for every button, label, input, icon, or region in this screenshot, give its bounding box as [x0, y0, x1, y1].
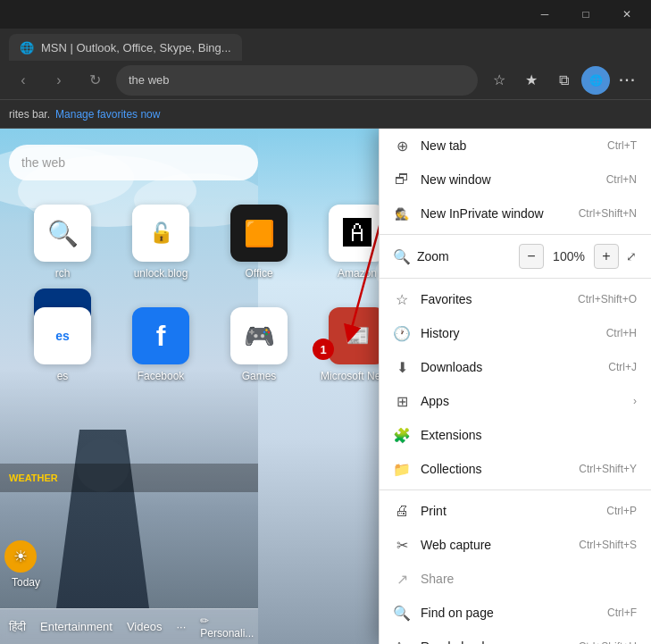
add-favorites-icon[interactable]: ★ [517, 66, 546, 95]
readaloud-shortcut: Ctrl+Shift+U [579, 640, 637, 644]
maximize-button[interactable]: □ [565, 0, 606, 29]
favorites-bar-text: rites bar. [9, 108, 50, 121]
toolbar-icons: ☆ ★ ⧉ 🌐 ··· [485, 66, 642, 95]
menu-item-print[interactable]: 🖨 Print Ctrl+P [380, 494, 651, 528]
search-placeholder: the web [21, 155, 65, 170]
speed-dial-games[interactable]: 🎮 Games [214, 307, 304, 382]
history-label: History [421, 326, 596, 340]
tab-videos[interactable]: Videos [127, 620, 163, 633]
inprivate-icon: 🕵 [394, 205, 410, 222]
menu-item-new-window[interactable]: 🗗 New window Ctrl+N [380, 163, 651, 197]
new-window-label: New window [421, 172, 596, 187]
zoom-label: Zoom [417, 249, 512, 263]
main-content: the web 🔍 rch 🔓 unlock.blog 🟧 Office 🅰 A… [0, 129, 651, 644]
new-tab-shortcut: Ctrl+T [607, 139, 637, 152]
zoom-value: 100% [551, 249, 587, 263]
history-icon: 🕐 [394, 325, 410, 341]
downloads-label: Downloads [421, 360, 597, 374]
collections-label: Collections [421, 462, 568, 476]
manage-favorites-link[interactable]: Manage favorites now [55, 108, 160, 121]
es-dial-label: es [57, 370, 69, 382]
tab-label: MSN | Outlook, Office, Skype, Bing... [41, 41, 231, 54]
history-shortcut: Ctrl+H [606, 327, 637, 339]
unlock-dial-label: unlock.blog [134, 267, 188, 280]
menu-item-history[interactable]: 🕐 History Ctrl+H [380, 316, 651, 350]
new-window-shortcut: Ctrl+N [606, 173, 637, 186]
collections-shortcut: Ctrl+Shift+Y [579, 463, 637, 475]
weather-icon: ☀ [4, 540, 37, 573]
menu-item-new-tab[interactable]: ⊕ New tab Ctrl+T [380, 129, 651, 163]
minimize-button[interactable]: ─ [524, 0, 565, 29]
divider-1 [380, 234, 651, 235]
zoom-minus-button[interactable]: − [519, 244, 544, 269]
search-input-area[interactable]: the web [9, 145, 258, 180]
split-screen-icon[interactable]: ⧉ [549, 66, 578, 95]
menu-item-find[interactable]: 🔍 Find on page Ctrl+F [380, 596, 651, 630]
readaloud-label: Read aloud [421, 640, 568, 644]
close-button[interactable]: ✕ [606, 0, 647, 29]
extensions-icon: 🧩 [394, 427, 410, 443]
zoom-plus-button[interactable]: + [594, 244, 619, 269]
favorites-bar: rites bar. Manage favorites now [0, 100, 651, 129]
zoom-icon: 🔍 [394, 248, 410, 264]
search-dial-icon: 🔍 [34, 205, 91, 262]
back-button[interactable]: ‹ [9, 66, 38, 95]
zoom-row: 🔍 Zoom − 100% + ⤢ [380, 238, 651, 274]
active-tab[interactable]: 🌐 MSN | Outlook, Office, Skype, Bing... [9, 34, 242, 61]
tab-bar: 🌐 MSN | Outlook, Office, Skype, Bing... [0, 29, 651, 61]
menu-item-favorites[interactable]: ☆ Favorites Ctrl+Shift+O [380, 282, 651, 316]
apps-label: Apps [421, 394, 615, 408]
amazon-dial-icon: 🅰 [329, 205, 386, 262]
menu-item-downloads[interactable]: ⬇ Downloads Ctrl+J [380, 350, 651, 384]
bottom-tabs: हिंदी Entertainment Videos ··· ✏ Persona… [0, 608, 258, 644]
window-controls: ─ □ ✕ [524, 0, 647, 29]
games-dial-label: Games [242, 370, 277, 382]
forward-button[interactable]: › [45, 66, 73, 95]
share-icon: ↗ [394, 571, 410, 587]
favorites-star-icon[interactable]: ☆ [485, 66, 513, 95]
profile-avatar[interactable]: 🌐 [581, 66, 610, 95]
new-tab-icon: ⊕ [394, 138, 410, 154]
menu-item-webcapture[interactable]: ✂ Web capture Ctrl+Shift+S [380, 528, 651, 562]
unlock-dial-icon: 🔓 [132, 205, 189, 262]
url-input[interactable]: the web [116, 65, 478, 96]
print-label: Print [421, 504, 596, 518]
url-text: the web [129, 73, 170, 87]
downloads-shortcut: Ctrl+J [608, 361, 637, 373]
find-icon: 🔍 [394, 605, 410, 621]
menu-item-collections[interactable]: 📁 Collections Ctrl+Shift+Y [380, 452, 651, 486]
msnews-dial-icon: 📰 [329, 307, 386, 364]
speed-dial-es[interactable]: es es [18, 307, 107, 382]
tab-hindi[interactable]: हिंदी [9, 620, 26, 634]
facebook-dial-icon: f [132, 307, 189, 364]
favorites-icon: ☆ [394, 291, 410, 307]
tab-personalize[interactable]: ✏ Personali... [200, 615, 254, 640]
zoom-expand-icon[interactable]: ⤢ [626, 249, 637, 263]
office-dial-label: Office [245, 267, 272, 280]
tab-favicon: 🌐 [20, 41, 34, 54]
tab-entertainment[interactable]: Entertainment [40, 620, 113, 633]
menu-item-inprivate[interactable]: 🕵 New InPrivate window Ctrl+Shift+N [380, 197, 651, 230]
es-dial-icon: es [34, 307, 91, 364]
menu-item-apps[interactable]: ⊞ Apps › [380, 384, 651, 418]
menu-item-share[interactable]: ↗ Share [380, 562, 651, 596]
speed-dial-office[interactable]: 🟧 Office [214, 205, 304, 280]
favorites-shortcut: Ctrl+Shift+O [578, 293, 637, 305]
inprivate-label: New InPrivate window [421, 206, 568, 221]
speed-dial-search[interactable]: 🔍 rch [18, 205, 107, 280]
speed-dial-facebook[interactable]: f Facebook [116, 307, 205, 382]
speed-dial-row2: es es f Facebook 🎮 Games 📰 Microsoft New… [0, 298, 258, 391]
menu-item-readaloud[interactable]: A↑ Read aloud Ctrl+Shift+U [380, 630, 651, 644]
facebook-dial-label: Facebook [138, 370, 185, 382]
context-menu: ⊕ New tab Ctrl+T 🗗 New window Ctrl+N 🕵 N… [379, 129, 651, 644]
refresh-button[interactable]: ↻ [80, 66, 109, 95]
favorites-label: Favorites [421, 292, 567, 306]
speed-dial-unlock[interactable]: 🔓 unlock.blog [116, 205, 205, 280]
divider-3 [380, 489, 651, 490]
menu-item-extensions[interactable]: 🧩 Extensions [380, 418, 651, 452]
more-menu-icon[interactable]: ··· [613, 66, 642, 95]
search-dial-label: rch [55, 267, 71, 280]
tab-more[interactable]: ··· [176, 620, 186, 633]
weather-label: WEATHER [9, 473, 58, 483]
webcapture-label: Web capture [421, 538, 568, 552]
